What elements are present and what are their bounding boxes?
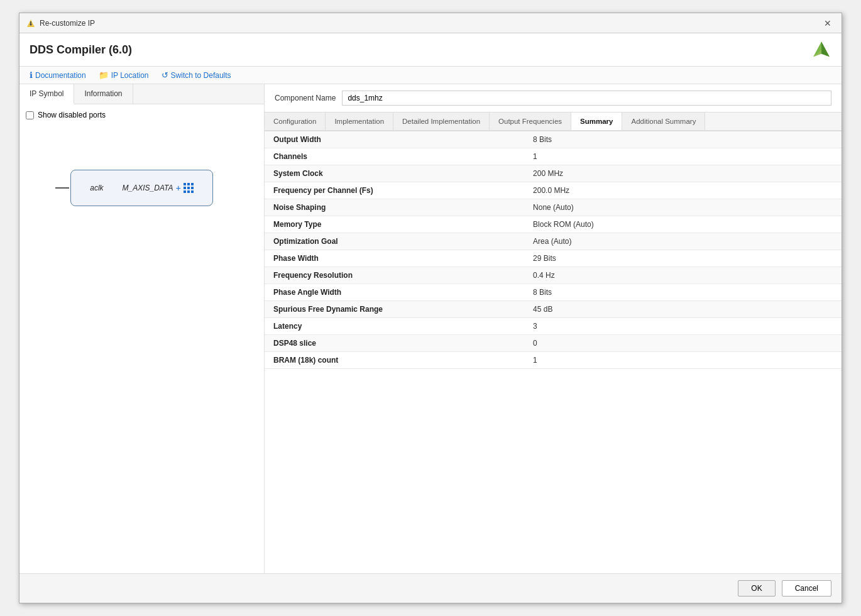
- app-title: DDS Compiler (6.0): [30, 43, 132, 57]
- value-cell: 200.0 MHz: [524, 182, 842, 199]
- ip-location-link[interactable]: 📁 IP Location: [99, 70, 149, 80]
- value-cell: 1: [524, 352, 842, 369]
- table-row: Channels1: [265, 148, 842, 165]
- symbol-wrapper: aclk M_AXIS_DATA +: [70, 170, 212, 206]
- ok-button[interactable]: OK: [738, 580, 775, 597]
- value-cell: 3: [524, 318, 842, 335]
- documentation-label: Documentation: [35, 71, 86, 80]
- show-disabled-row: Show disabled ports: [26, 111, 258, 119]
- app-header: DDS Compiler (6.0): [19, 33, 842, 67]
- port-grid-icon: [184, 183, 194, 193]
- documentation-link[interactable]: ℹ Documentation: [30, 70, 86, 80]
- cancel-button[interactable]: Cancel: [782, 580, 831, 597]
- switch-defaults-link[interactable]: ↺ Switch to Defaults: [162, 70, 231, 80]
- toolbar: ℹ Documentation 📁 IP Location ↺ Switch t…: [19, 67, 842, 84]
- param-cell: Channels: [265, 148, 524, 165]
- port-m-axis-data: M_AXIS_DATA: [123, 184, 173, 192]
- config-tabs-row: Configuration Implementation Detailed Im…: [265, 113, 842, 131]
- port-plus-icon[interactable]: +: [176, 183, 181, 193]
- table-row: Noise ShapingNone (Auto): [265, 199, 842, 216]
- table-row: Optimization GoalArea (Auto): [265, 233, 842, 250]
- left-tabs-row: IP Symbol Information: [19, 84, 264, 104]
- show-disabled-checkbox[interactable]: [26, 111, 34, 119]
- content-area: IP Symbol Information Show disabled port…: [19, 84, 842, 573]
- refresh-icon: ↺: [162, 70, 168, 80]
- left-port-line: [55, 187, 69, 189]
- table-row: DSP48 slice0: [265, 335, 842, 352]
- left-panel: IP Symbol Information Show disabled port…: [19, 84, 265, 573]
- param-cell: BRAM (18k) count: [265, 352, 524, 369]
- param-cell: Output Width: [265, 131, 524, 148]
- component-name-row: Component Name: [265, 84, 842, 113]
- app-logo: [811, 40, 831, 60]
- footer: OK Cancel: [19, 573, 842, 603]
- title-bar: Re-customize IP ✕: [19, 13, 842, 33]
- title-bar-text: Re-customize IP: [40, 19, 95, 28]
- main-window: Re-customize IP ✕ DDS Compiler (6.0) ℹ D…: [19, 13, 842, 603]
- component-name-input[interactable]: [342, 91, 831, 106]
- value-cell: 200 MHz: [524, 165, 842, 182]
- svg-rect-2: [30, 21, 31, 24]
- symbol-box: aclk M_AXIS_DATA +: [70, 170, 212, 206]
- table-row: Frequency per Channel (Fs)200.0 MHz: [265, 182, 842, 199]
- app-icon: [26, 18, 36, 28]
- component-name-label: Component Name: [275, 94, 336, 102]
- tab-detailed-implementation[interactable]: Detailed Implementation: [393, 113, 490, 130]
- show-disabled-label: Show disabled ports: [38, 111, 106, 119]
- value-cell: 29 Bits: [524, 250, 842, 267]
- table-row: Spurious Free Dynamic Range45 dB: [265, 301, 842, 318]
- port-right-group: M_AXIS_DATA +: [123, 183, 194, 193]
- param-cell: Memory Type: [265, 216, 524, 233]
- info-icon: ℹ: [30, 70, 33, 80]
- tab-summary[interactable]: Summary: [571, 113, 622, 131]
- switch-defaults-label: Switch to Defaults: [171, 71, 231, 80]
- right-panel: Component Name Configuration Implementat…: [265, 84, 842, 573]
- param-cell: Optimization Goal: [265, 233, 524, 250]
- tab-output-frequencies[interactable]: Output Frequencies: [490, 113, 571, 130]
- table-row: Frequency Resolution0.4 Hz: [265, 267, 842, 284]
- param-cell: Phase Angle Width: [265, 284, 524, 301]
- tab-information[interactable]: Information: [74, 84, 133, 104]
- tab-configuration[interactable]: Configuration: [265, 113, 326, 130]
- table-row: BRAM (18k) count1: [265, 352, 842, 369]
- ip-location-label: IP Location: [111, 71, 149, 80]
- folder-icon: 📁: [99, 70, 109, 80]
- param-cell: DSP48 slice: [265, 335, 524, 352]
- table-row: Output Width8 Bits: [265, 131, 842, 148]
- value-cell: 1: [524, 148, 842, 165]
- value-cell: Area (Auto): [524, 233, 842, 250]
- value-cell: 45 dB: [524, 301, 842, 318]
- param-cell: Latency: [265, 318, 524, 335]
- symbol-ports: aclk M_AXIS_DATA +: [90, 183, 193, 193]
- tab-implementation[interactable]: Implementation: [326, 113, 393, 130]
- value-cell: None (Auto): [524, 199, 842, 216]
- table-row: Phase Width29 Bits: [265, 250, 842, 267]
- param-cell: System Clock: [265, 165, 524, 182]
- vivado-logo: [811, 40, 831, 60]
- value-cell: 8 Bits: [524, 131, 842, 148]
- close-button[interactable]: ✕: [820, 18, 835, 29]
- param-cell: Frequency per Channel (Fs): [265, 182, 524, 199]
- port-aclk: aclk: [90, 184, 103, 192]
- value-cell: 0: [524, 335, 842, 352]
- tab-ip-symbol[interactable]: IP Symbol: [19, 84, 74, 104]
- value-cell: 0.4 Hz: [524, 267, 842, 284]
- value-cell: 8 Bits: [524, 284, 842, 301]
- symbol-area: aclk M_AXIS_DATA +: [26, 170, 258, 206]
- table-row: Phase Angle Width8 Bits: [265, 284, 842, 301]
- tab-additional-summary[interactable]: Additional Summary: [622, 113, 705, 130]
- table-row: Latency3: [265, 318, 842, 335]
- table-row: System Clock200 MHz: [265, 165, 842, 182]
- table-row: Memory TypeBlock ROM (Auto): [265, 216, 842, 233]
- summary-table: Output Width8 BitsChannels1System Clock2…: [265, 131, 842, 369]
- param-cell: Noise Shaping: [265, 199, 524, 216]
- param-cell: Phase Width: [265, 250, 524, 267]
- title-bar-left: Re-customize IP: [26, 18, 95, 28]
- svg-marker-4: [821, 41, 830, 57]
- summary-table-area: Output Width8 BitsChannels1System Clock2…: [265, 131, 842, 573]
- param-cell: Frequency Resolution: [265, 267, 524, 284]
- value-cell: Block ROM (Auto): [524, 216, 842, 233]
- param-cell: Spurious Free Dynamic Range: [265, 301, 524, 318]
- left-panel-content: Show disabled ports aclk M_AXIS_DATA +: [19, 104, 264, 573]
